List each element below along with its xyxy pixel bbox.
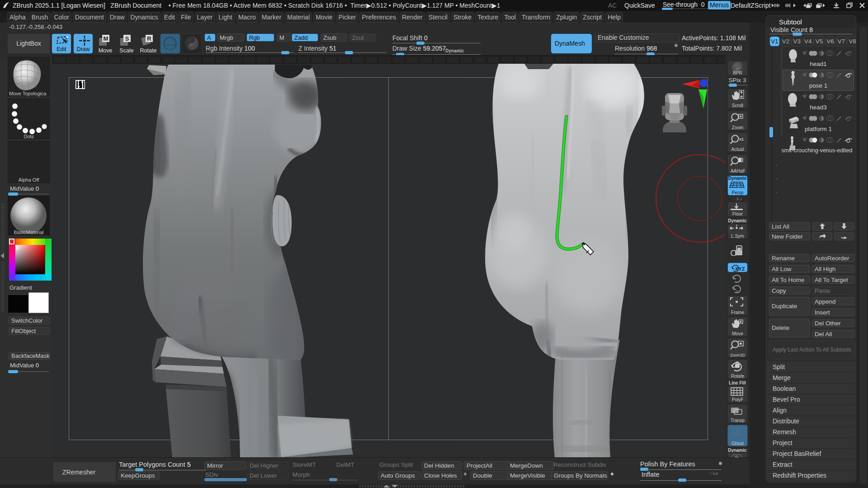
svg-text:z: z [736,289,738,294]
svg-text:R: R [147,35,151,42]
svg-text:S: S [125,35,129,42]
svg-text:M: M [104,35,108,42]
svg-text:XYZ: XYZ [735,266,745,272]
svg-text:x1: x1 [739,137,744,141]
